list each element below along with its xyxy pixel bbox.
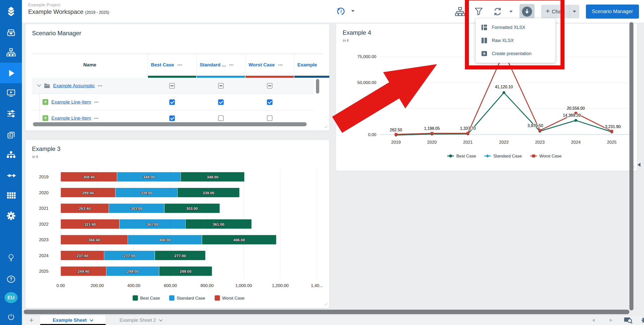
svg-text:Standard Case: Standard Case	[177, 296, 205, 301]
svg-text:303.00: 303.00	[186, 206, 198, 211]
scenario-checkbox-unchecked[interactable]	[267, 115, 272, 121]
add-line-item-icon[interactable]: +	[43, 115, 48, 121]
sidebar-item-logout[interactable]	[0, 307, 22, 325]
next-sheet-button[interactable]	[605, 315, 617, 325]
sidebar-item-admin[interactable]	[0, 206, 22, 226]
flow-arrow-icon	[6, 171, 16, 180]
scenario-checkbox-indeterminate[interactable]	[169, 83, 175, 89]
sheet-tab-example-sheet-2[interactable]: Example Sheet 2	[106, 315, 176, 325]
scenario-checkbox-checked[interactable]	[169, 115, 175, 121]
sidebar-item-help[interactable]: ?	[0, 269, 22, 289]
scenario-manager-button[interactable]: Scenario Manager	[586, 5, 639, 19]
scenario-checkbox-indeterminate[interactable]	[218, 83, 224, 89]
sheet-preview-search-button[interactable]	[621, 315, 635, 325]
scenario-table-body: Example Assumptic•••+Example Line-Item••…	[32, 78, 314, 121]
column-header-name: Name	[32, 54, 148, 76]
svg-text:2022: 2022	[39, 222, 49, 227]
row-menu-dots[interactable]: •••	[98, 84, 103, 88]
add-chart-label: Chart	[552, 9, 565, 15]
export-menu-item-2[interactable]: Raw XLSX	[476, 34, 555, 47]
column-header-example[interactable]: Example	[294, 54, 330, 76]
row-menu-dots[interactable]: •••	[94, 100, 99, 104]
legend-item[interactable]: Best Case	[447, 154, 476, 158]
row-name-cell: +Example Line-Item•••	[32, 94, 148, 110]
column-header-best-case[interactable]: Best Case•••	[148, 54, 196, 76]
export-menu-item-1[interactable]: Formatted XLSX	[476, 21, 555, 34]
svg-text:41,120.10: 41,120.10	[495, 85, 513, 89]
export-menu-item-3[interactable]: Create presentation	[476, 47, 555, 60]
column-menu-dots[interactable]: •••	[278, 63, 283, 67]
sidebar-item-reports[interactable]	[0, 125, 22, 145]
add-chart-button[interactable]: + Chart	[541, 5, 569, 18]
sidebar-item-flows[interactable]	[0, 166, 22, 185]
refresh-button[interactable]	[493, 7, 503, 17]
legend-item[interactable]: Worst Case	[215, 295, 245, 301]
scenario-checkbox-checked[interactable]	[169, 99, 175, 105]
sidebar-item-hierarchy[interactable]	[0, 43, 22, 62]
history-caret-button[interactable]	[351, 10, 355, 12]
page-vertical-scrollbar[interactable]	[629, 22, 633, 310]
formatted-xlsx-icon	[481, 24, 487, 30]
svg-text:262.50: 262.50	[390, 128, 402, 132]
svg-text:361.00: 361.00	[213, 222, 224, 226]
app-logo[interactable]	[0, 0, 22, 23]
svg-text:308.40: 308.40	[83, 175, 95, 179]
legend-item[interactable]: Standard Case	[169, 295, 205, 301]
refresh-caret-button[interactable]	[509, 10, 513, 13]
row-name-link[interactable]: Example Assumptic	[53, 83, 95, 89]
sidebar-item-simulation[interactable]	[0, 63, 22, 83]
panel-resize-grip[interactable]	[324, 125, 327, 129]
panel-resize-grip[interactable]	[324, 302, 327, 306]
svg-text:277.00: 277.00	[124, 254, 135, 258]
row-name-link[interactable]: Example Line-Item	[51, 99, 91, 105]
page-horizontal-scrollbar[interactable]	[24, 310, 629, 314]
sidebar-item-settings-sliders[interactable]	[0, 104, 22, 124]
user-avatar[interactable]: EU	[0, 288, 22, 307]
legend-item[interactable]: Best Case	[133, 295, 160, 301]
sidebar-item-data[interactable]	[0, 23, 22, 43]
chevron-down-icon[interactable]	[90, 319, 93, 321]
column-menu-dots[interactable]: •••	[229, 63, 234, 67]
sidebar-item-ideas[interactable]	[0, 248, 22, 268]
chevron-down-icon[interactable]	[159, 319, 163, 321]
download-button[interactable]	[519, 4, 535, 19]
filter-button[interactable]	[474, 7, 484, 16]
scenario-checkbox-indeterminate[interactable]	[267, 83, 272, 89]
dependencies-button[interactable]	[455, 6, 465, 17]
raw-xlsx-icon	[481, 37, 487, 44]
column-header-worst-case[interactable]: Worst Case•••	[245, 54, 294, 76]
svg-text:3,231.90: 3,231.90	[605, 125, 621, 129]
svg-text:1,000.00: 1,000.00	[235, 283, 252, 288]
scenario-panel-title: Scenario Manager	[32, 30, 81, 37]
lightbulb-icon	[7, 253, 16, 262]
add-sheet-button[interactable]: +	[26, 315, 36, 325]
scenario-cell	[148, 94, 196, 110]
example3-bar-chart[interactable]: 0.00200.00400.00600.00800.001,000.001,20…	[25, 140, 329, 308]
row-menu-dots[interactable]: •••	[94, 116, 99, 120]
add-chart-caret-button[interactable]	[569, 5, 579, 18]
legend-item[interactable]: Worst Case	[530, 154, 562, 158]
svg-text:Best Case: Best Case	[456, 154, 476, 158]
column-menu-dots[interactable]: •••	[178, 63, 182, 67]
sheet-settings-button[interactable]	[638, 315, 644, 325]
sidebar-item-tables[interactable]	[0, 185, 22, 205]
prev-sheet-button[interactable]	[587, 315, 599, 325]
add-line-item-icon[interactable]: +	[43, 99, 48, 105]
collapse-panel-arrow[interactable]	[637, 162, 641, 167]
column-header-standard-[interactable]: Standard ...•••	[196, 54, 245, 76]
scenario-checkbox-checked[interactable]	[267, 99, 272, 105]
table-row: +Example Line-Item•••	[32, 94, 314, 110]
history-restore-button[interactable]: !	[336, 6, 346, 16]
scenario-checkbox-checked[interactable]	[218, 99, 224, 105]
column-header-label: Best Case	[151, 62, 174, 68]
table-vertical-scrollbar[interactable]	[316, 79, 319, 94]
sidebar-item-model[interactable]	[0, 145, 22, 165]
table-horizontal-scrollbar[interactable]	[33, 122, 307, 126]
legend-item[interactable]: Standard Case	[484, 154, 522, 158]
svg-text:361.00: 361.00	[147, 222, 158, 226]
row-name-link[interactable]: Example Line-Item	[51, 115, 91, 121]
chevron-down-icon[interactable]	[37, 84, 41, 87]
sidebar-item-presentations[interactable]	[0, 83, 22, 103]
sheet-tab-example-sheet[interactable]: Example Sheet	[40, 315, 106, 325]
scenario-checkbox-unchecked[interactable]	[218, 115, 224, 121]
